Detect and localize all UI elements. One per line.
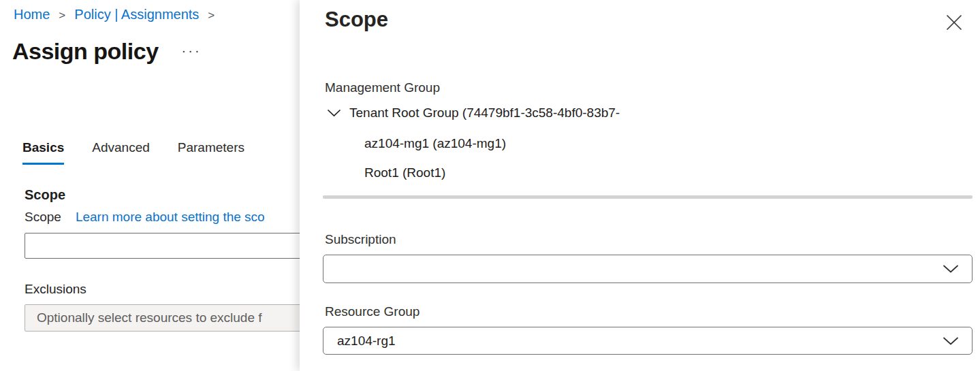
resource-group-dropdown-value: az104-rg1: [337, 327, 396, 354]
exclusions-label: Exclusions: [25, 282, 86, 297]
breadcrumb-separator-icon: >: [59, 7, 65, 22]
form-tabs: Basics Advanced Parameters: [22, 140, 244, 165]
scope-field-label: Scope: [25, 210, 61, 225]
tab-parameters[interactable]: Parameters: [178, 140, 244, 165]
breadcrumb-separator-icon: >: [208, 7, 215, 22]
scope-field-row: Scope Learn more about setting the sco: [25, 210, 265, 225]
management-group-label: Management Group: [325, 80, 440, 95]
page-title-row: Assign policy ···: [12, 38, 202, 65]
learn-more-link[interactable]: Learn more about setting the sco: [76, 210, 265, 225]
tree-item-root1[interactable]: Root1 (Root1): [364, 165, 445, 180]
tree-item-az104-mg1[interactable]: az104-mg1 (az104-mg1): [364, 136, 506, 151]
chevron-down-icon: [943, 265, 959, 274]
tab-advanced[interactable]: Advanced: [92, 140, 150, 165]
subscription-dropdown[interactable]: [323, 255, 973, 283]
scope-section-heading: Scope: [25, 187, 65, 203]
breadcrumb: Home > Policy | Assignments >: [14, 7, 215, 22]
scope-panel-title: Scope: [325, 7, 388, 32]
scope-flyout-panel: Scope Management Group Tenant Root Group…: [300, 0, 980, 371]
tab-basics[interactable]: Basics: [22, 140, 64, 165]
close-icon: [946, 14, 962, 33]
more-options-ellipsis-icon[interactable]: ···: [182, 44, 202, 57]
resource-group-label: Resource Group: [325, 304, 420, 319]
tree-item-label: Tenant Root Group (74479bf1-3c58-4bf0-83…: [349, 106, 620, 120]
tree-item-label: Root1 (Root1): [364, 165, 445, 180]
breadcrumb-policy-assignments-link[interactable]: Policy | Assignments: [74, 7, 199, 22]
chevron-down-icon: [943, 336, 959, 345]
tree-item-tenant-root-group[interactable]: Tenant Root Group (74479bf1-3c58-4bf0-83…: [327, 106, 620, 120]
section-divider: [323, 195, 973, 199]
page-title: Assign policy: [12, 38, 159, 65]
resource-group-dropdown[interactable]: az104-rg1: [323, 327, 973, 355]
subscription-label: Subscription: [325, 232, 396, 247]
close-panel-button[interactable]: [943, 12, 965, 34]
breadcrumb-home-link[interactable]: Home: [14, 7, 50, 22]
tree-item-label: az104-mg1 (az104-mg1): [364, 136, 506, 151]
chevron-down-icon[interactable]: [327, 109, 341, 117]
